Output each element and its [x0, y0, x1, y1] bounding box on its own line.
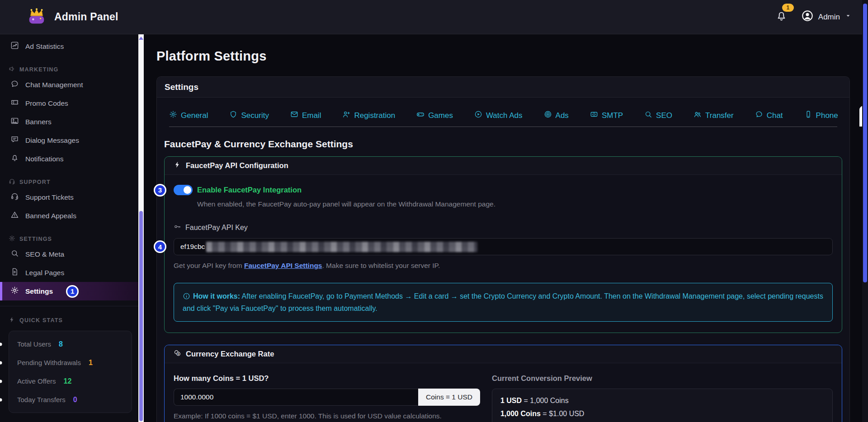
dialog-icon — [10, 135, 19, 145]
tab-transfer[interactable]: Transfer — [693, 110, 734, 127]
gear-icon — [169, 110, 177, 121]
tab-games[interactable]: Games — [416, 110, 453, 127]
warning-icon — [10, 211, 19, 221]
play-circle-icon — [474, 110, 482, 121]
notifications-button[interactable]: 1 — [775, 10, 788, 24]
sidebar-item-legal-pages[interactable]: Legal Pages — [0, 263, 138, 282]
enable-faucetpay-row: 3 Enable FaucetPay Integration — [174, 185, 833, 195]
api-key-input[interactable]: ef19cbc — [174, 238, 833, 255]
lightning-icon — [9, 316, 15, 324]
exchange-rate-input[interactable]: 1000.0000 — [174, 389, 418, 406]
quick-stat-pending-withdrawals: Pending Withdrawals1 — [9, 353, 132, 372]
api-key-row: 4 ef19cbc — [174, 238, 833, 255]
coins-icon: $ — [174, 349, 181, 359]
user-menu[interactable]: Admin — [801, 9, 852, 24]
settings-tabs: GeneralSecurityEmailRegistrationGamesWat… — [169, 106, 837, 127]
sidebar-section-marketing: MARKETING — [0, 63, 138, 75]
rate-help: Example: If 1000 coins = $1 USD, enter 1… — [174, 411, 480, 421]
tab-security[interactable]: Security — [229, 110, 269, 127]
rate-input-group: 1000.0000 Coins = 1 USD — [174, 389, 480, 406]
megaphone-icon — [9, 66, 15, 74]
bell-icon — [10, 154, 19, 164]
step-badge-4: 4 — [154, 240, 166, 253]
page-title: Platform Settings — [156, 49, 850, 64]
quick-stats-header: QUICK STATS — [0, 314, 138, 326]
target-icon — [544, 110, 552, 121]
tab-general[interactable]: General — [169, 110, 208, 127]
rate-input-suffix: Coins = 1 USD — [418, 389, 480, 406]
brand: Admin Panel — [26, 6, 118, 28]
bell-icon — [775, 16, 788, 23]
users-icon — [693, 110, 702, 121]
section-title: FaucetPay & Currency Exchange Settings — [164, 139, 842, 150]
crown-gamepad-logo-icon — [26, 6, 47, 28]
bullet-dot — [0, 361, 2, 364]
sidebar-item-ad-statistics[interactable]: Ad Statistics — [0, 37, 138, 56]
user-plus-icon — [342, 110, 350, 121]
toggle-knob — [184, 186, 191, 194]
shield-icon — [229, 110, 237, 121]
tab-email[interactable]: Email — [290, 110, 321, 127]
chat-dots-icon — [10, 80, 19, 90]
sidebar-item-notifications[interactable]: Notifications — [0, 150, 138, 168]
search-icon — [644, 110, 652, 121]
quick-stats-card: Total Users8Pending Withdrawals1Active O… — [9, 331, 132, 413]
notification-count-badge: 1 — [782, 4, 794, 12]
sidebar-item-promo-codes[interactable]: Promo Codes — [0, 94, 138, 113]
sidebar-nav: Ad StatisticsMARKETINGChat ManagementPro… — [0, 37, 138, 300]
sidebar-item-seo-meta[interactable]: SEO & Meta — [0, 245, 138, 263]
currency-panel-header: $ Currency Exchange Rate — [165, 345, 842, 363]
tab-registration[interactable]: Registration — [342, 110, 395, 127]
sidebar-item-support-tickets[interactable]: Support Tickets — [0, 188, 138, 206]
phone-icon — [804, 110, 812, 121]
sidebar-section-support: SUPPORT — [0, 176, 138, 188]
chat-dots-icon — [755, 110, 763, 121]
sidebar-item-settings[interactable]: Settings1 — [0, 282, 138, 300]
user-name: Admin — [818, 13, 840, 22]
avatar-icon — [801, 9, 814, 24]
bullet-dot — [0, 380, 2, 383]
api-key-redacted-blur — [206, 242, 477, 252]
api-key-label: FaucetPay API Key — [174, 223, 833, 232]
sidebar: Ad StatisticsMARKETINGChat ManagementPro… — [0, 34, 138, 422]
chevron-down-icon — [844, 12, 852, 22]
app-title: Admin Panel — [54, 11, 118, 23]
gear-icon — [9, 235, 15, 243]
window-scrollbar[interactable] — [862, 0, 868, 422]
sidebar-divider — [0, 306, 138, 306]
gear-icon — [10, 286, 19, 296]
server-icon — [590, 110, 598, 121]
headset-icon — [10, 192, 19, 202]
sidebar-scrollbar[interactable] — [138, 34, 144, 422]
tab-smtp[interactable]: SMTP — [590, 110, 623, 127]
preview-line: 1,000 Coins = $1.00 USD — [500, 407, 824, 420]
enable-faucetpay-toggle[interactable] — [174, 185, 193, 195]
headset-icon — [9, 178, 15, 186]
tab-phone[interactable]: Phone — [804, 110, 838, 127]
quick-stat-total-users: Total Users8 — [9, 335, 132, 353]
envelope-icon — [290, 110, 298, 121]
sidebar-scrollbar-thumb[interactable] — [139, 211, 143, 421]
api-key-help: Get your API key from FaucetPay API Sett… — [174, 260, 833, 271]
sidebar-item-dialog-messages[interactable]: Dialog Messages — [0, 131, 138, 150]
lightning-icon — [174, 161, 181, 170]
faucetpay-settings-link[interactable]: FaucetPay API Settings — [244, 262, 322, 269]
tab-watch-ads[interactable]: Watch Ads — [474, 110, 523, 127]
settings-card-header: Settings — [157, 77, 849, 98]
sidebar-item-banners[interactable]: Banners — [0, 113, 138, 131]
enable-faucetpay-label: Enable FaucetPay Integration — [197, 186, 302, 194]
tab-seo[interactable]: SEO — [644, 110, 672, 127]
window-scrollbar-thumb[interactable] — [863, 4, 867, 282]
bullet-dot — [0, 342, 2, 346]
preview-line: 1 USD = 1,000 Coins — [500, 394, 824, 407]
gamepad-icon — [416, 110, 425, 121]
sidebar-item-banned-appeals[interactable]: Banned Appeals — [0, 206, 138, 225]
faucetpay-api-panel: FaucetPay API Configuration 3 Enable Fau… — [164, 156, 842, 333]
currency-exchange-panel: $ Currency Exchange Rate How many Coins … — [164, 345, 842, 422]
tab-chat[interactable]: Chat — [755, 110, 783, 127]
scrollbar-up-arrow-icon[interactable] — [139, 37, 143, 40]
info-circle-icon — [183, 292, 193, 300]
sidebar-item-chat-management[interactable]: Chat Management — [0, 75, 138, 94]
tab-ads[interactable]: Ads — [544, 110, 569, 127]
faucetpay-panel-header: FaucetPay API Configuration — [165, 157, 842, 175]
